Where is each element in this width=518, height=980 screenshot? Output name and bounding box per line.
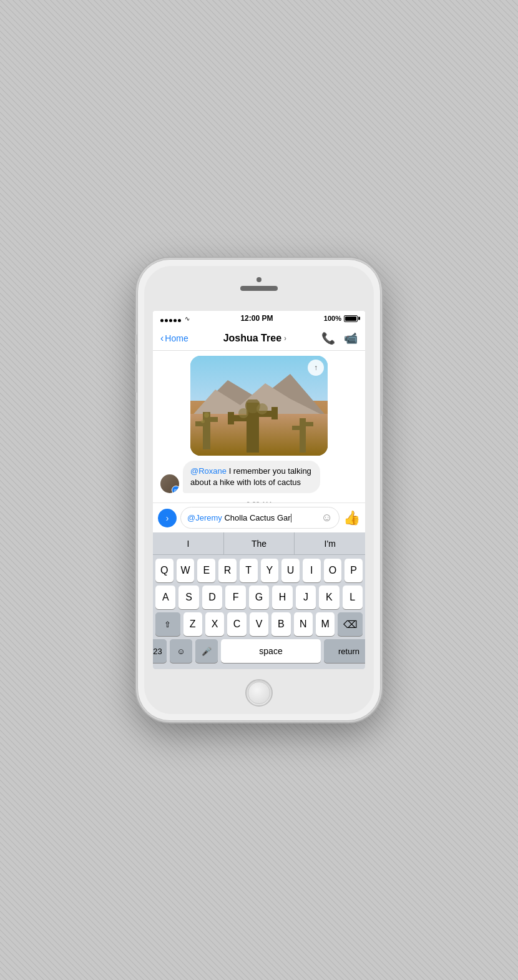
key-p[interactable]: P — [345, 559, 363, 582]
svg-rect-11 — [271, 407, 278, 419]
delete-key[interactable]: ⌫ — [338, 612, 363, 636]
send-button[interactable]: › — [158, 509, 177, 527]
key-t[interactable]: T — [240, 559, 258, 582]
conversation-name: Joshua Tree — [223, 333, 281, 344]
key-o[interactable]: O — [324, 559, 342, 582]
nav-actions: 📞 📹 — [321, 331, 358, 345]
key-y[interactable]: Y — [261, 559, 279, 582]
return-key[interactable]: return — [324, 639, 365, 663]
battery-icon — [344, 315, 358, 322]
key-u[interactable]: U — [281, 559, 300, 582]
key-row-bottom: 123 ☺ 🎤 space return — [155, 639, 363, 667]
mute-button[interactable] — [135, 335, 138, 355]
key-m[interactable]: M — [316, 612, 335, 636]
svg-point-5 — [204, 413, 209, 418]
message-input-wrapper[interactable]: @Jeremy Cholla Cactus Gar ☺ — [180, 507, 340, 529]
chat-area: ↑ m @Roxane I remember you talking about… — [153, 351, 365, 502]
key-v[interactable]: V — [250, 612, 268, 636]
status-bar: ∿ 12:00 PM 100% — [153, 311, 365, 326]
phone-top-bar — [240, 277, 278, 291]
conversation-title[interactable]: Joshua Tree › — [223, 333, 286, 344]
mention-roxane: @Roxane — [190, 466, 227, 476]
signal-dot-3 — [169, 319, 172, 322]
autocomplete-word-3[interactable]: I'm — [295, 532, 365, 554]
svg-rect-4 — [210, 417, 218, 422]
video-call-icon[interactable]: 📹 — [344, 331, 358, 345]
like-button[interactable]: 👍 — [343, 510, 360, 526]
back-chevron-icon: ‹ — [160, 333, 164, 344]
key-b[interactable]: B — [271, 612, 290, 636]
numbers-key[interactable]: 123 — [153, 639, 167, 663]
camera-dot — [257, 277, 261, 282]
incoming-message: m @Roxane I remember you talking about a… — [160, 461, 358, 493]
key-row-3: ⇧ Z X C V B N M ⌫ — [155, 612, 363, 636]
screen: ∿ 12:00 PM 100% ‹ Home Joshua Tree — [153, 311, 365, 669]
autocomplete-word-2[interactable]: The — [224, 532, 295, 554]
shift-key[interactable]: ⇧ — [155, 612, 180, 636]
status-right: 100% — [324, 315, 358, 322]
key-w[interactable]: W — [177, 559, 195, 582]
home-button[interactable] — [245, 679, 273, 707]
key-f[interactable]: F — [225, 586, 245, 609]
volume-down-button[interactable] — [135, 400, 138, 430]
phone-inner: ∿ 12:00 PM 100% ‹ Home Joshua Tree — [144, 266, 374, 714]
nav-bar: ‹ Home Joshua Tree › 📞 📹 — [153, 326, 365, 351]
keys-area: Q W E R T Y U I O P A S — [153, 555, 365, 669]
key-r[interactable]: R — [218, 559, 237, 582]
key-i[interactable]: I — [303, 559, 321, 582]
key-e[interactable]: E — [197, 559, 215, 582]
microphone-key[interactable]: 🎤 — [195, 639, 218, 663]
key-n[interactable]: N — [294, 612, 313, 636]
cactus-svg — [190, 399, 328, 456]
back-button[interactable]: ‹ Home — [160, 333, 188, 344]
svg-point-13 — [238, 408, 248, 418]
input-mention: @Jeremy — [187, 513, 222, 522]
keyboard: I The I'm Q W E R T Y U I O — [153, 532, 365, 669]
signal-dot-5 — [178, 319, 181, 322]
autocomplete-word-1[interactable]: I — [153, 532, 224, 554]
speaker-bar — [240, 286, 278, 291]
signal-dot-2 — [165, 319, 168, 322]
key-a[interactable]: A — [155, 586, 175, 609]
volume-up-button[interactable] — [135, 363, 138, 393]
key-g[interactable]: G — [249, 586, 269, 609]
key-x[interactable]: X — [205, 612, 224, 636]
input-area: › @Jeremy Cholla Cactus Gar ☺ 👍 — [153, 502, 365, 532]
home-button-inner — [248, 682, 270, 704]
signal-dot-1 — [160, 319, 164, 322]
svg-rect-15 — [300, 418, 306, 453]
input-text-content: Cholla Cactus Gar — [222, 513, 291, 522]
key-l[interactable]: L — [343, 586, 363, 609]
battery-percent: 100% — [324, 315, 341, 322]
emoji-keyboard-key[interactable]: ☺ — [170, 639, 192, 663]
back-label: Home — [165, 333, 188, 343]
key-row-2: A S D F G H J K L — [155, 586, 363, 609]
svg-rect-10 — [228, 412, 234, 424]
key-row-1: Q W E R T Y U I O P — [155, 559, 363, 582]
share-button[interactable]: ↑ — [308, 360, 324, 376]
key-d[interactable]: D — [202, 586, 222, 609]
svg-point-14 — [257, 403, 268, 414]
key-h[interactable]: H — [272, 586, 292, 609]
autocomplete-bar: I The I'm — [153, 532, 365, 555]
key-s[interactable]: S — [178, 586, 198, 609]
phone-device: ∿ 12:00 PM 100% ‹ Home Joshua Tree — [137, 259, 381, 721]
image-message[interactable]: ↑ — [190, 356, 328, 456]
key-c[interactable]: C — [227, 612, 246, 636]
text-cursor — [291, 514, 292, 522]
emoji-button[interactable]: ☺ — [321, 511, 333, 524]
phone-call-icon[interactable]: 📞 — [321, 331, 335, 345]
key-k[interactable]: K — [319, 586, 339, 609]
messenger-badge: m — [172, 486, 179, 493]
key-q[interactable]: Q — [155, 559, 173, 582]
svg-rect-17 — [306, 422, 313, 426]
power-button[interactable] — [380, 372, 383, 416]
status-time: 12:00 PM — [240, 314, 273, 323]
message-input[interactable]: @Jeremy Cholla Cactus Gar — [187, 513, 318, 523]
space-key[interactable]: space — [221, 639, 321, 663]
sender-avatar: m — [160, 474, 179, 493]
title-chevron-icon: › — [284, 334, 286, 343]
signal-dot-4 — [173, 319, 177, 322]
key-z[interactable]: Z — [183, 612, 202, 636]
key-j[interactable]: J — [296, 586, 316, 609]
